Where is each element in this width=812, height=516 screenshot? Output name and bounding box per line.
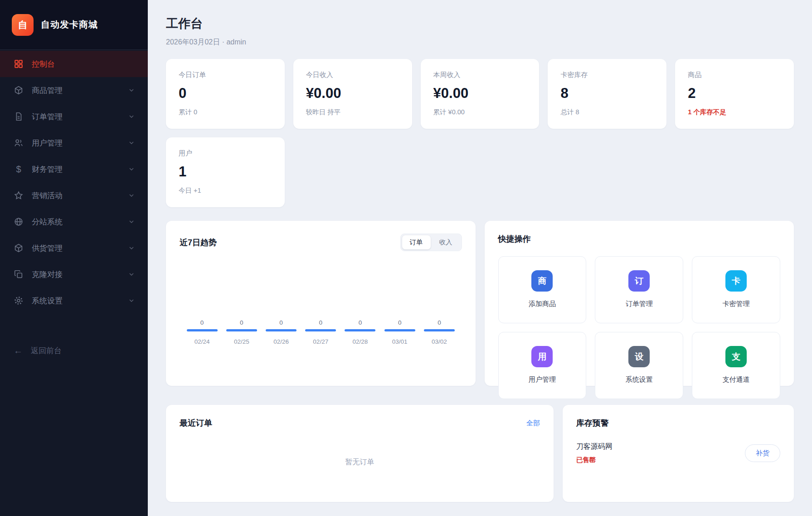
restock-button[interactable]: 补货 (745, 444, 780, 462)
dashboard-grid-icon (14, 59, 24, 69)
bar (266, 329, 297, 331)
stat-card-today-revenue: 今日收入 ¥0.00 较昨日 持平 (293, 59, 412, 129)
sidebar-menu: 控制台 商品管理 订单管理 用户管理 $ 财务管理 (0, 50, 148, 364)
sidebar-item-users[interactable]: 用户管理 (0, 130, 148, 156)
sidebar-item-label: 商品管理 (32, 85, 128, 96)
sidebar-item-products[interactable]: 商品管理 (0, 77, 148, 103)
stat-label: 用户 (179, 149, 272, 158)
sidebar-item-label: 系统设置 (32, 296, 128, 306)
stat-value: 8 (560, 85, 654, 102)
stat-value: 1 (179, 164, 272, 180)
sidebar: 自 自动发卡商城 控制台 商品管理 订单管理 (0, 0, 148, 516)
package-icon (14, 85, 24, 95)
stat-card-card-stock: 卡密库存 8 总计 8 (548, 59, 666, 129)
back-to-frontend[interactable]: ← 返回前台 (0, 337, 148, 364)
sidebar-item-marketing[interactable]: 营销活动 (0, 182, 148, 209)
order-management-icon: 订 (628, 270, 650, 292)
quick-action-system-settings[interactable]: 设 系统设置 (595, 332, 683, 399)
quick-action-label: 订单管理 (626, 300, 653, 308)
sidebar-item-label: 克隆对接 (32, 269, 128, 280)
users-icon (14, 138, 24, 148)
star-icon (14, 190, 24, 200)
bar-date: 02/24 (194, 338, 210, 345)
sidebar-item-label: 订单管理 (32, 112, 128, 122)
stat-value: 0 (179, 85, 272, 102)
recent-orders-title: 最近订单 (180, 418, 212, 428)
quick-action-label: 支付通道 (723, 375, 750, 384)
tab-orders[interactable]: 订单 (402, 235, 431, 249)
chart-column: 0 02/27 (301, 319, 340, 345)
sidebar-item-settings[interactable]: 系统设置 (0, 287, 148, 314)
bar-value: 0 (279, 319, 283, 326)
tab-revenue[interactable]: 收入 (432, 235, 460, 249)
chevron-down-icon (128, 271, 135, 278)
stat-card-products: 商品 2 1 个库存不足 (675, 59, 794, 129)
stat-label: 卡密库存 (560, 71, 654, 79)
chart-column: 0 02/28 (340, 319, 380, 345)
quick-actions-title: 快捷操作 (498, 234, 781, 244)
sidebar-item-supply[interactable]: 供货管理 (0, 235, 148, 261)
quick-action-order-management[interactable]: 订 订单管理 (595, 256, 683, 323)
sidebar-item-dashboard[interactable]: 控制台 (0, 51, 148, 77)
bar (424, 329, 455, 331)
stat-sub: 今日 +1 (179, 186, 272, 195)
bar-date: 02/28 (353, 338, 368, 345)
main-content: 工作台 2026年03月02日 · admin 今日订单 0 累计 0 今日收入… (148, 0, 812, 516)
chevron-down-icon (128, 297, 135, 304)
bar (345, 329, 375, 331)
chart-column: 0 03/02 (419, 319, 459, 345)
middle-row: 近7日趋势 订单 收入 0 02/24 0 02/25 0 (166, 221, 794, 386)
chevron-down-icon (128, 244, 135, 252)
bar-date: 02/26 (273, 338, 289, 345)
card-management-icon: 卡 (725, 270, 747, 292)
bottom-row: 最近订单 全部 暂无订单 库存预警 刀客源码网 已售罄 补货 (166, 405, 794, 502)
arrow-left-icon: ← (14, 346, 23, 355)
sidebar-item-finance[interactable]: $ 财务管理 (0, 156, 148, 182)
bar-value: 0 (438, 319, 441, 326)
quick-action-card-management[interactable]: 卡 卡密管理 (692, 256, 780, 323)
bar-value: 0 (240, 319, 243, 326)
quick-action-label: 卡密管理 (723, 300, 750, 308)
orders-empty-state: 暂无订单 (180, 428, 540, 489)
bar-date: 03/01 (392, 338, 408, 345)
app-logo: 自 (12, 14, 34, 36)
globe-icon (14, 217, 24, 227)
stat-value: ¥0.00 (433, 85, 527, 102)
stat-card-week-revenue: 本周收入 ¥0.00 累计 ¥0.00 (421, 59, 540, 129)
bar (187, 329, 218, 331)
orders-empty-text: 暂无订单 (345, 451, 374, 467)
sidebar-item-orders[interactable]: 订单管理 (0, 103, 148, 130)
chevron-down-icon (128, 87, 135, 94)
bar (305, 329, 336, 331)
sidebar-item-label: 供货管理 (32, 243, 128, 253)
add-product-icon: 商 (531, 270, 553, 292)
chevron-down-icon (128, 166, 135, 173)
bar-value: 0 (398, 319, 402, 326)
quick-action-add-product[interactable]: 商 添加商品 (498, 256, 587, 323)
sidebar-item-label: 营销活动 (32, 190, 128, 201)
dollar-icon: $ (14, 164, 24, 174)
page-subtitle: 2026年03月02日 · admin (166, 38, 794, 47)
sidebar-header: 自 自动发卡商城 (0, 0, 148, 50)
cube-icon (14, 243, 24, 253)
sidebar-item-substations[interactable]: 分站系统 (0, 209, 148, 235)
stat-sub: 总计 8 (560, 108, 654, 117)
stat-label: 商品 (688, 71, 781, 79)
sidebar-item-label: 控制台 (32, 59, 135, 69)
app-logo-char: 自 (18, 19, 28, 31)
quick-actions-grid: 商 添加商品 订 订单管理 卡 卡密管理 用 用户管理 设 系统设置 (498, 256, 781, 399)
stat-sub: 累计 0 (179, 108, 272, 117)
trend-header: 近7日趋势 订单 收入 (180, 234, 462, 251)
sidebar-item-clone[interactable]: 克隆对接 (0, 261, 148, 287)
page-title: 工作台 (166, 15, 794, 32)
stat-sub: 累计 ¥0.00 (433, 108, 527, 117)
chevron-down-icon (128, 139, 135, 146)
stock-alert-title: 库存预警 (576, 418, 780, 428)
chart-column: 0 03/01 (380, 319, 419, 345)
quick-action-label: 系统设置 (626, 375, 653, 384)
quick-action-payment-channel[interactable]: 支 支付通道 (692, 332, 780, 399)
stock-alert-item: 刀客源码网 已售罄 补货 (576, 442, 780, 464)
view-all-link[interactable]: 全部 (526, 419, 540, 428)
bar-date: 03/02 (432, 338, 447, 345)
quick-action-user-management[interactable]: 用 用户管理 (498, 332, 587, 399)
